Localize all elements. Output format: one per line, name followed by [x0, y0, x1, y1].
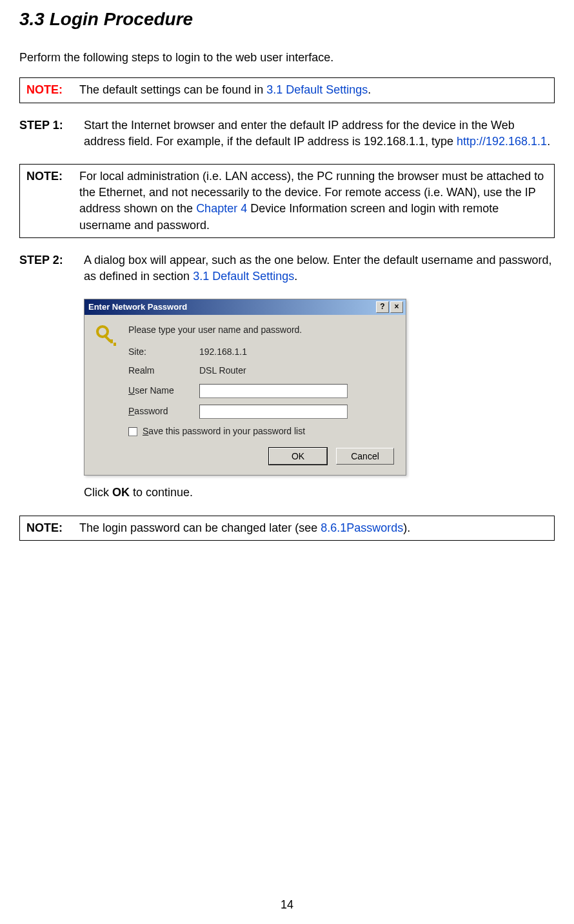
- step-1-label: STEP 1:: [19, 117, 84, 150]
- note-box-1: NOTE: The default settings can be found …: [19, 77, 555, 103]
- site-value: 192.168.1.1: [199, 346, 247, 359]
- link-chapter-4[interactable]: Chapter 4: [196, 202, 247, 215]
- svg-rect-2: [110, 339, 113, 343]
- note-label: NOTE:: [26, 520, 79, 536]
- step-2-label: STEP 2:: [19, 252, 84, 285]
- note3-text-a: The login password can be changed later …: [79, 521, 321, 534]
- link-passwords[interactable]: 8.6.1Passwords: [321, 521, 403, 534]
- step-1: STEP 1: Start the Internet browser and e…: [19, 117, 555, 150]
- note-label: NOTE:: [26, 82, 79, 98]
- dialog-prompt: Please type your user name and password.: [128, 324, 394, 337]
- note-label: NOTE:: [26, 168, 79, 234]
- password-input[interactable]: [199, 405, 348, 419]
- svg-point-0: [97, 326, 108, 337]
- link-default-settings-2[interactable]: 3.1 Default Settings: [193, 270, 294, 283]
- username-input[interactable]: [199, 384, 348, 398]
- note3-text-b: ).: [403, 521, 410, 534]
- intro-text: Perform the following steps to login to …: [19, 50, 555, 66]
- svg-rect-3: [114, 343, 116, 346]
- step2-text-a: A dialog box will appear, such as the on…: [84, 254, 551, 283]
- step-1-body: Start the Internet browser and enter the…: [84, 117, 555, 150]
- key-icon: [95, 324, 118, 465]
- link-ip-address[interactable]: http://192.168.1.1: [457, 135, 547, 148]
- dialog-titlebar: Enter Network Password ? ×: [84, 299, 406, 315]
- note-body: The login password can be changed later …: [79, 520, 548, 536]
- password-label: Password: [128, 405, 199, 418]
- step-2-body: A dialog box will appear, such as the on…: [84, 252, 555, 285]
- site-label: Site:: [128, 346, 199, 359]
- click-ok-text: Click OK to continue.: [84, 485, 555, 501]
- cancel-button[interactable]: Cancel: [336, 448, 394, 465]
- username-label: User Name: [128, 385, 199, 397]
- note-body: The default settings can be found in 3.1…: [79, 82, 548, 98]
- step1-text-a: Start the Internet browser and enter the…: [84, 119, 515, 148]
- note-box-2: NOTE: For local administration (i.e. LAN…: [19, 164, 555, 238]
- section-heading: 3.3 Login Procedure: [19, 6, 555, 32]
- step-2: STEP 2: A dialog box will appear, such a…: [19, 252, 555, 285]
- realm-value: DSL Router: [199, 365, 246, 377]
- note1-text-b: .: [368, 83, 371, 96]
- note1-text-a: The default settings can be found in: [79, 83, 266, 96]
- password-dialog: Enter Network Password ? × Please type y…: [84, 299, 406, 476]
- ok-button[interactable]: OK: [269, 448, 327, 465]
- close-button[interactable]: ×: [390, 301, 403, 313]
- save-password-checkbox[interactable]: [128, 427, 137, 436]
- step1-text-b: .: [547, 135, 550, 148]
- link-default-settings[interactable]: 3.1 Default Settings: [266, 83, 368, 96]
- step2-text-b: .: [294, 270, 297, 283]
- help-button[interactable]: ?: [376, 301, 389, 313]
- note-body: For local administration (i.e. LAN acces…: [79, 168, 548, 234]
- realm-label: Realm: [128, 365, 199, 377]
- save-password-label: Save this password in your password list: [143, 425, 305, 438]
- dialog-title: Enter Network Password: [87, 301, 375, 313]
- note-box-3: NOTE: The login password can be changed …: [19, 516, 555, 541]
